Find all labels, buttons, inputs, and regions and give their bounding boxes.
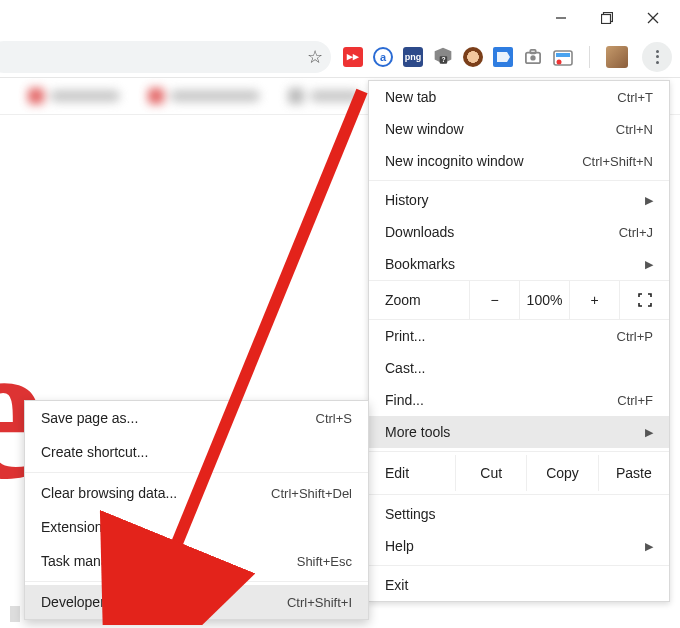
edit-copy-button[interactable]: Copy [526, 455, 597, 491]
menu-help[interactable]: Help ▶ [369, 530, 669, 562]
extension-icon[interactable]: png [403, 47, 423, 67]
main-menu-button[interactable] [642, 42, 672, 72]
extensions-area: ▸▸ a png ? [331, 42, 672, 72]
menu-item-accel: Ctrl+Shift+N [582, 154, 653, 169]
menu-item-accel: Ctrl+S [316, 411, 352, 426]
menu-exit[interactable]: Exit [369, 569, 669, 601]
menu-bookmarks[interactable]: Bookmarks ▶ [369, 248, 669, 280]
menu-downloads[interactable]: Downloads Ctrl+J [369, 216, 669, 248]
menu-new-incognito[interactable]: New incognito window Ctrl+Shift+N [369, 145, 669, 177]
menu-separator [369, 451, 669, 452]
menu-item-accel: Ctrl+Shift+I [287, 595, 352, 610]
svg-rect-12 [556, 53, 570, 57]
extension-icon[interactable]: ? [433, 47, 453, 67]
menu-item-label: More tools [385, 424, 637, 440]
menu-item-label: History [385, 192, 637, 208]
window-titlebar [0, 0, 680, 36]
menu-item-accel: Ctrl+T [617, 90, 653, 105]
menu-item-label: New window [385, 121, 616, 137]
submenu-developer-tools[interactable]: Developer tools Ctrl+Shift+I [25, 585, 368, 619]
submenu-arrow-icon: ▶ [645, 540, 653, 553]
menu-settings[interactable]: Settings [369, 498, 669, 530]
extension-icon[interactable] [523, 47, 543, 67]
extension-icon[interactable]: a [373, 47, 393, 67]
menu-separator [25, 472, 368, 473]
zoom-value: 100% [519, 281, 569, 319]
menu-edit-row: Edit Cut Copy Paste [369, 455, 669, 491]
menu-item-label: Print... [385, 328, 617, 344]
menu-item-label: Edit [369, 465, 455, 481]
menu-separator [369, 565, 669, 566]
menu-item-accel: Ctrl+P [617, 329, 653, 344]
menu-cast[interactable]: Cast... [369, 352, 669, 384]
toolbar-divider [589, 46, 590, 68]
menu-zoom-row: Zoom − 100% + [369, 280, 669, 320]
svg-rect-8 [530, 49, 535, 53]
submenu-task-manager[interactable]: Task manager Shift+Esc [25, 544, 368, 578]
zoom-out-button[interactable]: − [469, 281, 519, 319]
menu-item-label: Task manager [41, 553, 297, 569]
submenu-arrow-icon: ▶ [645, 194, 653, 207]
menu-separator [25, 581, 368, 582]
browser-toolbar: ☆ ▸▸ a png ? [0, 36, 680, 78]
submenu-clear-browsing-data[interactable]: Clear browsing data... Ctrl+Shift+Del [25, 476, 368, 510]
menu-item-label: New incognito window [385, 153, 582, 169]
menu-item-accel: Shift+Esc [297, 554, 352, 569]
menu-separator [369, 494, 669, 495]
zoom-in-button[interactable]: + [569, 281, 619, 319]
extension-icon[interactable]: ▸▸ [343, 47, 363, 67]
menu-item-label: Exit [385, 577, 653, 593]
menu-item-accel: Ctrl+F [617, 393, 653, 408]
extension-icon[interactable] [553, 47, 573, 67]
menu-item-label: Extensions [41, 519, 352, 535]
menu-item-accel: Ctrl+J [619, 225, 653, 240]
submenu-extensions[interactable]: Extensions [25, 510, 368, 544]
menu-more-tools[interactable]: More tools ▶ [369, 416, 669, 448]
menu-item-label: Zoom [369, 292, 469, 308]
extension-icon[interactable] [493, 47, 513, 67]
menu-item-label: Help [385, 538, 637, 554]
menu-item-label: Clear browsing data... [41, 485, 271, 501]
extension-icon[interactable] [463, 47, 483, 67]
page-edge [10, 606, 20, 622]
address-bar[interactable]: ☆ [0, 41, 331, 73]
submenu-arrow-icon: ▶ [645, 426, 653, 439]
menu-item-label: Find... [385, 392, 617, 408]
menu-item-label: Downloads [385, 224, 619, 240]
menu-item-label: Cast... [385, 360, 653, 376]
menu-item-label: Developer tools [41, 594, 287, 610]
fullscreen-button[interactable] [619, 281, 669, 319]
svg-text:?: ? [441, 56, 445, 63]
menu-item-accel: Ctrl+Shift+Del [271, 486, 352, 501]
bookmark-star-icon[interactable]: ☆ [307, 46, 323, 68]
profile-avatar[interactable] [606, 46, 628, 68]
more-tools-submenu: Save page as... Ctrl+S Create shortcut..… [24, 400, 369, 620]
menu-item-label: Bookmarks [385, 256, 637, 272]
svg-point-9 [530, 55, 535, 60]
svg-point-11 [557, 59, 562, 64]
menu-history[interactable]: History ▶ [369, 184, 669, 216]
submenu-save-page[interactable]: Save page as... Ctrl+S [25, 401, 368, 435]
minimize-button[interactable] [538, 2, 584, 34]
close-button[interactable] [630, 2, 676, 34]
menu-item-label: Create shortcut... [41, 444, 352, 460]
main-menu: New tab Ctrl+T New window Ctrl+N New inc… [368, 80, 670, 602]
menu-item-label: New tab [385, 89, 617, 105]
edit-cut-button[interactable]: Cut [455, 455, 526, 491]
submenu-arrow-icon: ▶ [645, 258, 653, 271]
menu-print[interactable]: Print... Ctrl+P [369, 320, 669, 352]
submenu-create-shortcut[interactable]: Create shortcut... [25, 435, 368, 469]
menu-item-label: Settings [385, 506, 653, 522]
menu-item-accel: Ctrl+N [616, 122, 653, 137]
menu-separator [369, 180, 669, 181]
menu-find[interactable]: Find... Ctrl+F [369, 384, 669, 416]
menu-item-label: Save page as... [41, 410, 316, 426]
menu-new-tab[interactable]: New tab Ctrl+T [369, 81, 669, 113]
edit-paste-button[interactable]: Paste [598, 455, 669, 491]
menu-new-window[interactable]: New window Ctrl+N [369, 113, 669, 145]
maximize-button[interactable] [584, 2, 630, 34]
svg-rect-2 [602, 15, 611, 24]
